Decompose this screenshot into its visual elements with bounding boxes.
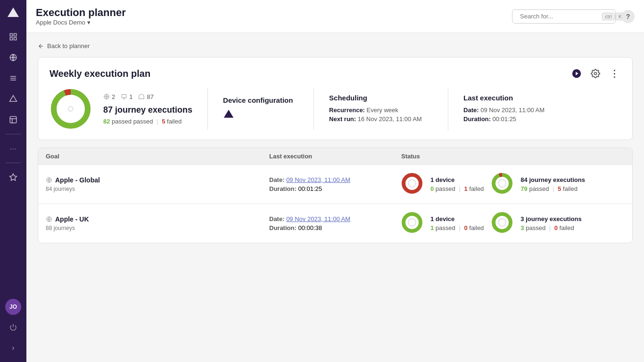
journey-status-detail: 84 journey executions 79 passed | 5 fail… [520,176,585,192]
sidebar-item-tools[interactable] [5,169,22,186]
device-icon [121,93,127,100]
recurrence-value: Every week [367,107,398,114]
page-header: Execution planner Apple Docs Demo ctrl K… [26,0,644,33]
search-box[interactable]: ctrl K [512,9,616,24]
device-status-donut-uk [401,212,423,235]
play-icon [571,68,582,79]
goal-journeys-count: 84 journeys [46,186,269,192]
exec-duration-apple-uk: Duration: 00:00:38 [269,224,401,231]
user-avatar[interactable]: JO [5,299,21,315]
last-exec-duration-value: 00:01:25 [492,115,516,123]
last-execution-section: Last execution Date: 09 Nov 2023, 11:00 … [463,94,558,124]
plan-stats: 2 1 [50,88,621,130]
device-donut-chart-uk [401,212,423,233]
plan-actions: ⋮ [570,67,621,80]
sidebar-expand-icon[interactable]: › [5,339,22,356]
plan-card-header: Weekly execution plan [50,67,621,80]
main-donut-chart [50,88,92,130]
sidebar-item-list[interactable] [5,70,22,87]
journey-pass-fail: 79 passed | 5 failed [520,185,585,192]
more-options-button[interactable]: ⋮ [608,67,621,80]
goals-icon [103,93,110,100]
scheduling-section: Scheduling Recurrence: Every week Next r… [329,94,433,124]
recurrence-row: Recurrence: Every week [329,107,433,114]
play-button[interactable] [570,67,583,80]
device-count-label-uk: 1 device [430,215,484,222]
back-link-label: Back to planner [47,42,90,49]
goal-name-text-uk: Apple - UK [55,215,89,223]
vertical-divider-2 [314,88,314,130]
badge-goals: 2 [103,93,115,100]
plan-title: Weekly execution plan [50,68,150,79]
workspace-name: Apple Docs Demo [36,19,85,26]
exec-info-apple-global: Date: 09 Nov 2023, 11:00 AM Duration: 00… [269,176,401,192]
exec-info-apple-uk: Date: 09 Nov 2023, 11:00 AM Duration: 00… [269,215,401,231]
back-to-planner-link[interactable]: Back to planner [38,42,633,49]
sidebar-item-globe[interactable] [5,49,22,66]
journey-count-label: 84 journey executions [520,176,585,183]
settings-button[interactable] [589,67,602,80]
exec-date-link[interactable]: 09 Nov 2023, 11:00 AM [286,176,350,183]
goal-row-apple-global: Apple - Global 84 journeys Date: 09 Nov … [38,165,632,204]
badge-journeys-count: 87 [147,93,153,100]
svg-point-33 [411,182,413,185]
journey-status-detail-uk: 3 journey executions 3 passed | 0 failed [520,215,581,231]
sidebar-divider-2 [6,163,21,163]
exec-date-label: Date: [269,176,285,183]
help-button[interactable]: ? [621,10,635,23]
last-exec-date-key: Date: [463,107,479,114]
device-pass-fail: 0 passed | 1 failed [430,185,484,192]
journey-passed-uk: 3 [520,224,524,231]
goal-icon-apple-global [46,177,52,183]
sidebar-power-icon[interactable] [5,319,22,336]
plan-summary-card: Weekly execution plan [38,57,633,140]
sidebar-item-analytics[interactable] [5,28,22,45]
journey-status-donut [491,173,513,196]
device-pass-fail-uk: 1 passed | 0 failed [430,224,484,231]
device-status-detail-uk: 1 device 1 passed | 0 failed [430,215,484,231]
svg-rect-1 [14,33,17,36]
main-area: Execution planner Apple Docs Demo ctrl K… [26,0,644,362]
sidebar-item-more[interactable]: ··· [5,140,22,157]
journey-icon [138,93,145,100]
next-run-row: Next run: 16 Nov 2023, 11:00 AM [329,115,433,123]
exec-date-link-uk[interactable]: 09 Nov 2023, 11:00 AM [286,215,350,222]
col-last-execution: Last execution [269,153,401,160]
stats-info: 2 1 [103,93,192,125]
scheduling-label: Scheduling [329,94,433,102]
failed-count: 5 [162,118,165,125]
goals-table: Goal Last execution Status Apple - Globa [38,148,633,243]
table-header-row: Goal Last execution Status [38,148,632,165]
device-failed: 1 [464,185,467,192]
device-failed-uk: 0 [464,224,467,231]
kbd-ctrl: ctrl [602,13,615,20]
device-config-label: Device configuration [223,96,298,104]
passed-count: 82 [103,118,110,125]
goal-journeys-count-uk: 88 journeys [46,225,269,231]
stat-badges: 2 1 [103,93,192,100]
journey-passed: 79 [520,185,527,192]
search-input[interactable] [520,13,599,20]
badge-journeys: 87 [138,93,153,100]
sidebar-item-book[interactable] [5,111,22,128]
sidebar-item-flows[interactable] [5,90,22,107]
sidebar-divider-1 [6,134,21,134]
header-actions: ctrl K ? [512,9,635,24]
exec-duration-label-uk: Duration: [269,224,297,231]
last-exec-date-row: Date: 09 Nov 2023, 11:00 AM [463,107,558,114]
svg-point-46 [501,221,504,224]
svg-rect-2 [14,38,17,40]
svg-point-43 [411,221,413,224]
svg-rect-0 [10,33,12,36]
page-title: Execution planner [36,7,126,19]
svg-point-18 [594,73,597,75]
device-passed: 0 [430,185,434,192]
svg-rect-3 [10,38,12,40]
table-row: Apple - UK 88 journeys Date: 09 Nov 2023… [38,204,632,243]
device-status-donut [401,173,423,196]
next-run-key: Next run: [329,115,356,123]
page-content: Back to planner Weekly execution plan [26,33,644,362]
workspace-selector[interactable]: Apple Docs Demo [36,19,126,26]
vertical-divider-3 [448,88,448,130]
device-config-section: Device configuration [223,96,298,122]
